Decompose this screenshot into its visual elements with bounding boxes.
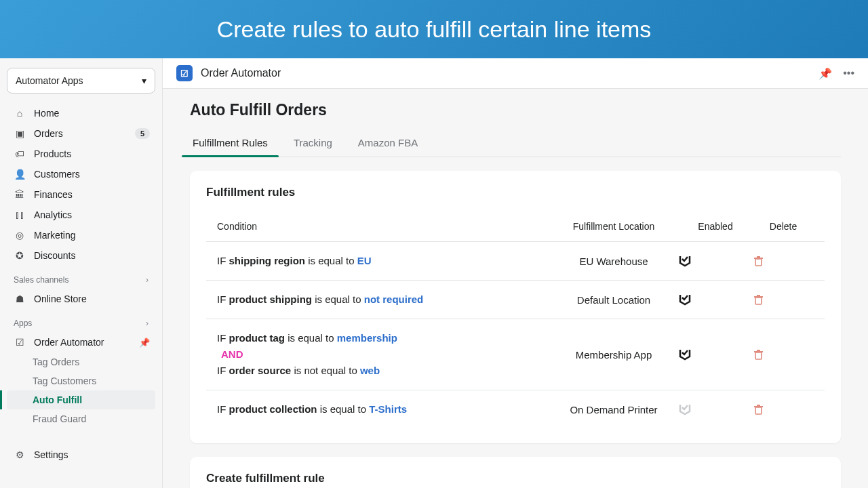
rules-table-header: Condition Fulfillment Location Enabled D… — [206, 211, 825, 242]
person-icon: 👤 — [14, 169, 26, 180]
nav-label: Marketing — [34, 230, 75, 241]
apps-header[interactable]: Apps› — [7, 309, 155, 332]
rule-location: EU Warehouse — [549, 256, 678, 267]
page-title: Auto Fulfill Orders — [190, 101, 841, 119]
svg-rect-8 — [757, 350, 760, 351]
nav-label: Home — [34, 108, 59, 119]
tabs: Fulfillment Rules Tracking Amazon FBA — [190, 129, 841, 157]
nav-online-store[interactable]: ☗Online Store — [7, 289, 155, 309]
nav-label: Customers — [34, 169, 80, 180]
orders-badge: 5 — [135, 128, 150, 139]
svg-rect-9 — [755, 407, 762, 414]
card-title: Create fulfillment rule — [206, 472, 825, 485]
rule-enabled-toggle[interactable] — [678, 403, 753, 416]
nav-label: Analytics — [34, 209, 72, 220]
svg-rect-1 — [754, 258, 763, 259]
nav-home[interactable]: ⌂Home — [7, 103, 155, 123]
chevron-right-icon: › — [146, 319, 149, 328]
sales-channels-header[interactable]: Sales channels› — [7, 266, 155, 289]
tab-tracking[interactable]: Tracking — [291, 129, 335, 157]
create-rule-card: Create fulfillment rule — [190, 457, 841, 488]
svg-rect-0 — [755, 259, 762, 266]
rule-enabled-toggle[interactable] — [678, 254, 753, 268]
rule-enabled-toggle[interactable] — [678, 348, 753, 361]
subnav-tag-orders[interactable]: Tag Orders — [7, 352, 155, 371]
svg-rect-3 — [755, 298, 762, 304]
subnav-tag-customers[interactable]: Tag Customers — [7, 371, 155, 390]
nav-label: Finances — [34, 189, 73, 200]
sidebar: Automator Apps ▾ ⌂Home ▣Orders5 🏷Product… — [0, 58, 163, 488]
header-condition: Condition — [217, 221, 549, 232]
nav-label: Order Automator — [34, 337, 104, 348]
tab-fulfillment-rules[interactable]: Fulfillment Rules — [190, 129, 271, 157]
app-icon: ☑ — [14, 337, 26, 348]
fulfillment-rules-card: Fulfillment rules Condition Fulfillment … — [190, 171, 841, 443]
svg-rect-4 — [754, 296, 763, 298]
rule-row: IF product tag is equal to membershipAND… — [206, 319, 825, 390]
rule-row: IF product shipping is equal to not requ… — [206, 281, 825, 319]
rule-delete-button[interactable] — [753, 256, 814, 267]
tag-icon: 🏷 — [14, 148, 26, 159]
nav-label: Orders — [34, 128, 63, 139]
svg-rect-6 — [755, 352, 762, 359]
discount-icon: ✪ — [14, 250, 26, 261]
nav-label: Products — [34, 148, 71, 159]
rule-location: On Demand Printer — [549, 404, 678, 415]
topbar: ☑ Order Automator 📌 ••• — [163, 58, 868, 89]
home-icon: ⌂ — [14, 108, 26, 119]
nav-label: Discounts — [34, 250, 75, 261]
rule-condition: IF product tag is equal to membershipAND… — [217, 330, 549, 379]
rule-delete-button[interactable] — [753, 349, 814, 361]
chevron-right-icon: › — [146, 275, 149, 285]
svg-rect-11 — [757, 405, 760, 406]
rule-location: Default Location — [549, 294, 678, 306]
nav-label: Settings — [34, 449, 68, 460]
chevron-down-icon: ▾ — [142, 75, 146, 86]
subnav-fraud-guard[interactable]: Fraud Guard — [7, 409, 155, 428]
nav-finances[interactable]: 🏛Finances — [7, 184, 155, 205]
card-title: Fulfillment rules — [206, 186, 825, 199]
app-name: Order Automator — [201, 67, 281, 79]
rule-delete-button[interactable] — [753, 294, 814, 306]
header-enabled: Enabled — [678, 221, 753, 232]
pin-button[interactable]: 📌 — [818, 67, 832, 80]
nav-settings[interactable]: ⚙Settings — [7, 445, 155, 465]
rule-condition: IF product collection is equal to T-Shir… — [217, 401, 549, 418]
svg-rect-7 — [754, 351, 763, 352]
orders-icon: ▣ — [14, 128, 26, 139]
more-button[interactable]: ••• — [843, 67, 854, 80]
nav-customers[interactable]: 👤Customers — [7, 164, 155, 184]
pin-icon: 📌 — [139, 338, 150, 348]
chart-icon: ⫿⫿ — [14, 209, 26, 220]
nav-discounts[interactable]: ✪Discounts — [7, 245, 155, 266]
nav-label: Online Store — [34, 293, 87, 304]
nav-analytics[interactable]: ⫿⫿Analytics — [7, 205, 155, 225]
nav-products[interactable]: 🏷Products — [7, 144, 155, 164]
svg-rect-2 — [757, 256, 760, 258]
rule-condition: IF product shipping is equal to not requ… — [217, 291, 549, 308]
hero-banner: Create rules to auto fulfill certain lin… — [0, 0, 868, 58]
nav-orders[interactable]: ▣Orders5 — [7, 123, 155, 144]
header-location: Fulfillment Location — [549, 221, 678, 232]
section-label: Apps — [14, 319, 32, 328]
store-selector[interactable]: Automator Apps ▾ — [7, 68, 155, 94]
store-selector-label: Automator Apps — [16, 75, 83, 86]
section-label: Sales channels — [14, 275, 68, 285]
target-icon: ◎ — [14, 230, 26, 241]
svg-rect-5 — [757, 295, 760, 296]
gear-icon: ⚙ — [14, 449, 26, 460]
rule-delete-button[interactable] — [753, 404, 814, 415]
rule-location: Membership App — [549, 349, 678, 361]
store-icon: ☗ — [14, 293, 26, 304]
rule-row: IF shipping region is equal to EU EU War… — [206, 242, 825, 281]
nav-order-automator[interactable]: ☑Order Automator📌 — [7, 332, 155, 352]
rule-condition: IF shipping region is equal to EU — [217, 253, 549, 269]
subnav-auto-fulfill[interactable]: Auto Fulfill — [7, 390, 155, 409]
rule-enabled-toggle[interactable] — [678, 293, 753, 306]
svg-rect-10 — [754, 406, 763, 407]
tab-amazon-fba[interactable]: Amazon FBA — [355, 129, 420, 157]
bank-icon: 🏛 — [14, 189, 26, 200]
rule-row: IF product collection is equal to T-Shir… — [206, 390, 825, 428]
hero-title: Create rules to auto fulfill certain lin… — [217, 16, 652, 43]
nav-marketing[interactable]: ◎Marketing — [7, 225, 155, 245]
